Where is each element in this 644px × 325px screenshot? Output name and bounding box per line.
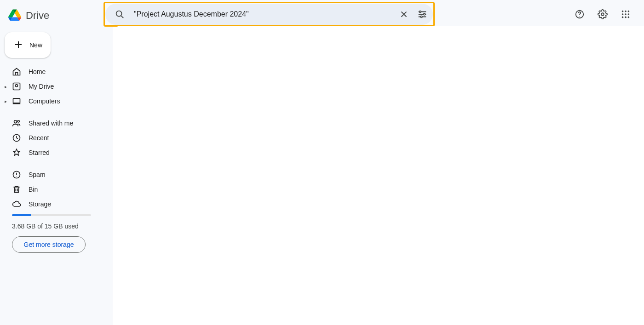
svg-rect-2 — [13, 98, 20, 103]
sidebar-item-label: Storage — [29, 200, 51, 208]
storage-used-text: 3.68 GB of 15 GB used — [12, 222, 101, 230]
chevron-right-icon[interactable]: ▸ — [5, 84, 7, 89]
svg-point-20 — [625, 17, 627, 18]
search-input[interactable] — [130, 10, 393, 18]
svg-point-14 — [625, 11, 627, 12]
search-bar[interactable] — [105, 4, 433, 25]
sidebar-item-computers[interactable]: ▸ Computers — [0, 94, 113, 108]
sidebar-item-storage[interactable]: Storage — [0, 197, 113, 211]
storage-progress-fill — [12, 214, 31, 216]
search-icon[interactable] — [112, 6, 127, 22]
home-icon — [12, 67, 21, 76]
svg-point-18 — [628, 13, 630, 15]
sidebar-item-label: Starred — [29, 149, 50, 156]
computers-icon — [12, 97, 21, 106]
sidebar-item-label: Home — [29, 68, 46, 75]
bin-icon — [12, 185, 21, 194]
svg-point-7 — [116, 11, 122, 17]
sidebar-item-shared[interactable]: Shared with me — [0, 116, 113, 131]
brand[interactable]: Drive — [0, 3, 113, 29]
sidebar-item-bin[interactable]: Bin — [0, 182, 113, 197]
chevron-right-icon[interactable]: ▸ — [5, 99, 7, 104]
sidebar-item-recent[interactable]: Recent — [0, 131, 113, 145]
svg-point-4 — [17, 120, 19, 122]
brand-name: Drive — [26, 10, 49, 22]
svg-point-9 — [424, 13, 426, 15]
sidebar-item-label: Computers — [29, 97, 60, 105]
top-bar — [113, 0, 644, 26]
svg-point-19 — [622, 17, 624, 18]
main-content — [113, 26, 644, 325]
sidebar-item-label: Spam — [29, 171, 46, 178]
apps-grid-icon[interactable] — [616, 5, 635, 23]
storage-block: 3.68 GB of 15 GB used Get more storage — [0, 211, 113, 253]
svg-point-10 — [420, 16, 422, 18]
plus-icon — [13, 39, 24, 51]
sidebar-item-label: Shared with me — [29, 120, 73, 127]
get-more-storage-button[interactable]: Get more storage — [12, 236, 86, 253]
spam-icon — [12, 170, 21, 179]
sidebar-item-starred[interactable]: Starred — [0, 145, 113, 160]
svg-point-1 — [16, 85, 18, 87]
svg-point-17 — [625, 13, 627, 15]
my-drive-icon — [12, 82, 21, 91]
storage-progress — [12, 214, 91, 216]
settings-icon[interactable] — [593, 5, 612, 23]
search-highlight-frame — [104, 2, 435, 27]
new-button-label: New — [29, 41, 42, 49]
help-icon[interactable] — [570, 5, 589, 23]
svg-point-12 — [601, 13, 604, 16]
sidebar-item-label: Bin — [29, 186, 38, 193]
sidebar-item-home[interactable]: Home — [0, 64, 113, 79]
svg-point-15 — [628, 11, 630, 12]
drive-logo-icon — [8, 9, 21, 23]
sidebar-item-label: My Drive — [29, 83, 54, 90]
star-icon — [12, 148, 21, 157]
svg-point-8 — [420, 11, 421, 13]
shared-icon — [12, 119, 21, 128]
sidebar-item-spam[interactable]: Spam — [0, 167, 113, 182]
new-button[interactable]: New — [5, 32, 51, 58]
svg-point-16 — [622, 13, 624, 15]
cloud-icon — [12, 200, 21, 209]
clear-search-icon[interactable] — [396, 6, 412, 22]
sidebar-item-my-drive[interactable]: ▸ My Drive — [0, 79, 113, 94]
sidebar-item-label: Recent — [29, 134, 49, 142]
svg-point-3 — [14, 120, 17, 123]
svg-point-13 — [622, 11, 624, 12]
search-options-icon[interactable] — [414, 6, 430, 22]
svg-point-21 — [628, 17, 630, 18]
recent-icon — [12, 133, 21, 143]
